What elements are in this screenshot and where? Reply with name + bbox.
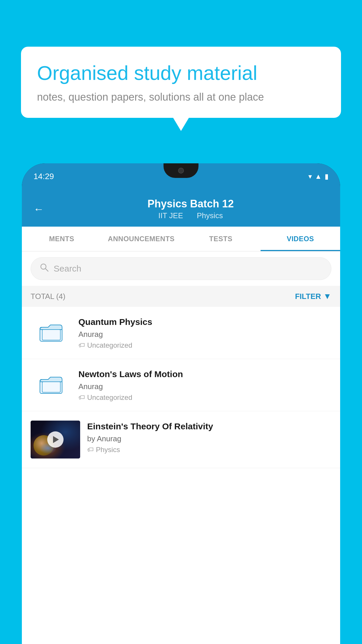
video-thumbnail-einstein — [31, 421, 80, 459]
video-tag: 🏷 Uncategorized — [78, 393, 331, 402]
back-button[interactable]: ← — [34, 203, 44, 215]
svg-line-1 — [45, 269, 48, 271]
search-icon — [40, 263, 49, 274]
play-button[interactable] — [47, 431, 64, 448]
speech-bubble: Organised study material notes, question… — [21, 47, 341, 118]
tag-icon: 🏷 — [78, 342, 85, 349]
svg-rect-5 — [42, 382, 60, 392]
header-title-area: Physics Batch 12 IIT JEE Physics — [53, 198, 328, 220]
subtitle-iitjee: IIT JEE — [158, 211, 183, 220]
video-author: by Anurag — [87, 434, 331, 443]
video-author: Anurag — [78, 330, 331, 339]
status-icons: ▾ ▲ ▮ — [308, 172, 328, 181]
tag-icon: 🏷 — [87, 446, 94, 454]
video-folder-icon-quantum — [31, 316, 71, 348]
tab-videos[interactable]: VIDEOS — [261, 227, 340, 251]
filter-bar: TOTAL (4) FILTER ▼ — [22, 286, 340, 307]
total-count: TOTAL (4) — [31, 292, 65, 301]
status-bar: 14:29 ▾ ▲ ▮ — [22, 163, 340, 190]
subtitle-physics: Physics — [197, 211, 223, 220]
battery-icon: ▮ — [325, 172, 328, 181]
search-container: Search — [22, 251, 340, 286]
wifi-icon: ▾ — [308, 172, 312, 181]
batch-subtitle: IIT JEE Physics — [53, 211, 328, 220]
signal-icon: ▲ — [315, 172, 322, 181]
video-tag: 🏷 Physics — [87, 446, 331, 454]
tag-label: Uncategorized — [87, 341, 132, 349]
video-tag: 🏷 Uncategorized — [78, 341, 331, 349]
phone-frame: 14:29 ▾ ▲ ▮ ← Physics Batch 12 IIT JEE P… — [22, 163, 340, 644]
bubble-title: Organised study material — [37, 61, 325, 85]
list-item[interactable]: Newton's Laws of Motion Anurag 🏷 Uncateg… — [22, 359, 340, 411]
search-placeholder: Search — [54, 264, 81, 274]
video-author: Anurag — [78, 382, 331, 391]
bubble-subtitle: notes, question papers, solutions all at… — [37, 91, 325, 103]
tab-tests[interactable]: TESTS — [181, 227, 261, 251]
app-header: ← Physics Batch 12 IIT JEE Physics — [22, 190, 340, 227]
tag-label: Physics — [96, 446, 120, 454]
tag-icon: 🏷 — [78, 394, 85, 401]
play-icon — [53, 436, 59, 443]
video-info-newton: Newton's Laws of Motion Anurag 🏷 Uncateg… — [78, 368, 331, 402]
tab-announcements[interactable]: ANNOUNCEMENTS — [101, 227, 181, 251]
batch-title: Physics Batch 12 — [53, 198, 328, 210]
video-info-quantum: Quantum Physics Anurag 🏷 Uncategorized — [78, 316, 331, 349]
svg-rect-3 — [42, 330, 60, 340]
tab-ments[interactable]: MENTS — [22, 227, 101, 251]
filter-label: FILTER — [295, 292, 321, 301]
video-list: Quantum Physics Anurag 🏷 Uncategorized — [22, 307, 340, 644]
video-title: Einstein's Theory Of Relativity — [87, 421, 331, 432]
app-screen: ← Physics Batch 12 IIT JEE Physics MENTS… — [22, 190, 340, 644]
camera-dot — [178, 168, 184, 174]
phone-notch — [164, 163, 198, 178]
status-time: 14:29 — [34, 172, 54, 181]
filter-icon: ▼ — [323, 292, 331, 301]
list-item[interactable]: Quantum Physics Anurag 🏷 Uncategorized — [22, 307, 340, 359]
search-bar[interactable]: Search — [31, 257, 331, 280]
tabs-bar: MENTS ANNOUNCEMENTS TESTS VIDEOS — [22, 227, 340, 251]
video-folder-icon-newton — [31, 368, 71, 400]
list-item[interactable]: Einstein's Theory Of Relativity by Anura… — [22, 411, 340, 468]
video-title: Newton's Laws of Motion — [78, 368, 331, 380]
video-title: Quantum Physics — [78, 316, 331, 328]
video-info-einstein: Einstein's Theory Of Relativity by Anura… — [87, 421, 331, 454]
filter-button[interactable]: FILTER ▼ — [295, 292, 331, 301]
tag-label: Uncategorized — [87, 393, 132, 402]
